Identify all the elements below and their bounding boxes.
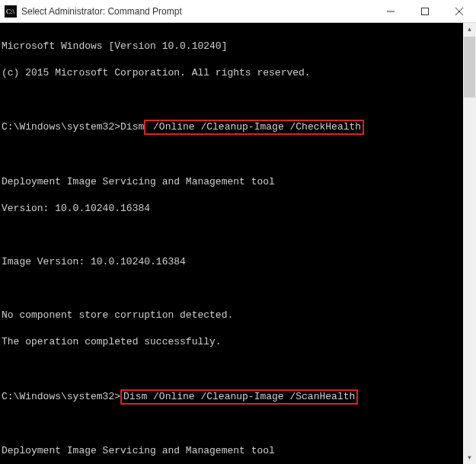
output-line [2, 229, 463, 242]
highlight-scanhealth: Dism /Online /Cleanup-Image /ScanHealth [120, 389, 358, 405]
output-line [2, 362, 463, 376]
output-line: (c) 2015 Microsoft Corporation. All righ… [2, 66, 463, 80]
output-line: No component store corruption detected. [2, 309, 463, 322]
window-title: Select Administrator: Command Prompt [21, 6, 373, 17]
output-line: Deployment Image Servicing and Managemen… [2, 444, 463, 458]
output-line: C:\Windows\system32>Dism /Online /Cleanu… [2, 120, 463, 135]
minimize-button[interactable] [373, 0, 407, 22]
svg-text:C:\: C:\ [6, 8, 15, 15]
output-line [2, 149, 463, 162]
close-button[interactable] [442, 0, 476, 22]
window-controls [373, 0, 476, 22]
output-line: Microsoft Windows [Version 10.0.10240] [2, 40, 463, 53]
scrollbar[interactable]: ▲ ▼ [463, 23, 476, 464]
scroll-down-icon[interactable]: ▼ [463, 451, 476, 464]
output-line [2, 282, 463, 296]
highlight-checkhealth: /Online /Cleanup-Image /CheckHealth [144, 120, 364, 135]
output-line: Image Version: 10.0.10240.16384 [2, 255, 463, 269]
output-line [2, 93, 463, 107]
titlebar: C:\ Select Administrator: Command Prompt [0, 0, 476, 23]
output-line: Version: 10.0.10240.16384 [2, 202, 463, 216]
output-line: Deployment Image Servicing and Managemen… [2, 175, 463, 189]
scroll-up-icon[interactable]: ▲ [463, 23, 476, 36]
terminal-output[interactable]: Microsoft Windows [Version 10.0.10240] (… [0, 23, 463, 464]
terminal-wrap: Microsoft Windows [Version 10.0.10240] (… [0, 23, 476, 464]
scroll-thumb[interactable] [464, 37, 475, 98]
output-line: The operation completed successfully. [2, 335, 463, 349]
output-line [2, 418, 463, 431]
cmd-icon: C:\ [5, 5, 17, 18]
output-line: C:\Windows\system32>Dism /Online /Cleanu… [2, 389, 463, 405]
maximize-button[interactable] [407, 0, 442, 22]
svg-rect-3 [421, 8, 428, 14]
